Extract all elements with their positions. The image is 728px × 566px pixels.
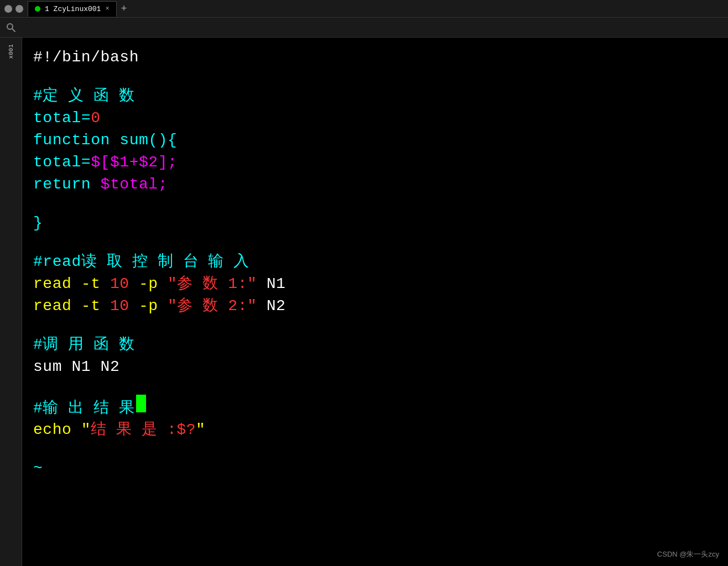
tab-indicator [35,6,40,12]
search-icon[interactable] [4,21,18,34]
code-line-comment1: #定 义 函 数 [33,85,717,107]
code-line-blank6 [33,441,717,458]
code-line-return: return $total; [33,174,717,196]
code-area[interactable]: #!/bin/bash #定 义 函 数 total=0 function su… [22,38,728,566]
sidebar-session-label: x001 [8,44,14,59]
title-bar: 1 ZcyLinux001 × + [0,0,728,18]
code-line-blank5 [33,378,717,395]
code-line-read2: read -t 10 -p "参 数 2:" N2 [33,295,717,317]
code-line-closing-brace: } [33,212,717,234]
code-line-blank4 [33,317,717,334]
code-line-echo: echo "结 果 是 :$?" [33,419,717,441]
code-line-comment4: #输 出 结 果 [33,395,717,419]
code-line-shebang: #!/bin/bash [33,46,717,69]
cursor [136,395,146,412]
code-line-read1: read -t 10 -p "参 数 1:" N1 [33,273,717,295]
code-line-comment2: #read读 取 控 制 台 输 入 [33,251,717,273]
tab-label: 1 ZcyLinux001 [45,5,101,13]
toolbar [0,18,728,38]
pin-button[interactable] [4,5,12,13]
active-tab[interactable]: 1 ZcyLinux001 × [28,1,117,17]
code-line-comment3: #调 用 函 数 [33,334,717,356]
watermark: CSDN @朱一头zcy [657,549,719,559]
code-line-tilde: ~ [33,458,717,480]
sidebar: x001 [0,38,22,566]
tab-strip: 1 ZcyLinux001 × + [28,1,724,17]
code-line-total-init: total=0 [33,107,717,129]
code-line-call: sum N1 N2 [33,356,717,378]
close-button[interactable] [15,5,23,13]
code-line-blank3 [33,234,717,251]
svg-line-1 [12,29,15,32]
window-controls [4,5,23,13]
code-line-func-def: function sum(){ [33,129,717,151]
code-line-total-assign: total=$[$1+$2]; [33,151,717,174]
tab-close-icon[interactable]: × [105,5,109,13]
code-line-blank1 [33,69,717,85]
code-line-blank2 [33,196,717,212]
main-layout: x001 #!/bin/bash #定 义 函 数 total=0 functi… [0,38,728,566]
new-tab-button[interactable]: + [117,1,132,17]
